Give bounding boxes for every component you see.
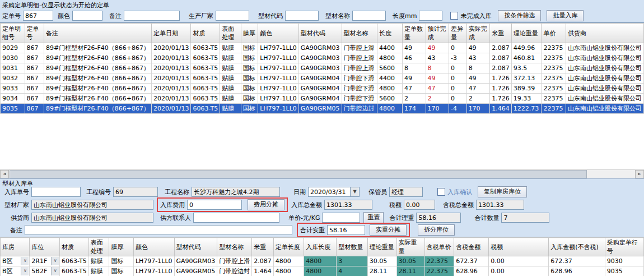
supplier-input[interactable] <box>31 213 153 223</box>
theory-total-input[interactable] <box>416 213 461 223</box>
column-header[interactable]: 表面处理 <box>220 24 241 43</box>
horizontal-scrollbar[interactable]: ◄ ► <box>0 169 644 178</box>
scroll-right-icon[interactable]: ► <box>635 170 644 178</box>
column-header[interactable]: 定单长度 <box>273 238 304 256</box>
cell: 43 <box>466 53 490 63</box>
column-header[interactable]: 库位 <box>30 238 60 256</box>
date-input[interactable] <box>308 187 351 197</box>
unfinished-checkbox[interactable] <box>450 12 458 20</box>
entry-no-label: 入库单号 <box>0 188 29 196</box>
fee-input[interactable] <box>187 200 242 210</box>
column-header[interactable]: 米重 <box>252 238 274 256</box>
column-header[interactable]: 颜色 <box>258 24 299 43</box>
color-filter-input[interactable] <box>72 11 102 21</box>
column-header[interactable]: 材质 <box>191 24 220 43</box>
remark-input[interactable] <box>25 225 292 235</box>
actual-total-input[interactable] <box>327 225 365 235</box>
column-header[interactable]: 表面处理 <box>88 238 109 256</box>
profile-name-filter-input[interactable] <box>352 11 386 21</box>
column-header[interactable]: 入库金额(不含税) <box>549 238 605 256</box>
tax-input[interactable] <box>404 200 435 210</box>
entry-no-input[interactable] <box>31 187 81 197</box>
total-amount-input[interactable] <box>324 200 372 210</box>
reset-button[interactable]: 重置 <box>363 212 384 223</box>
column-header[interactable]: 理论重量 <box>511 24 542 43</box>
column-header[interactable]: 差异量 <box>449 24 467 43</box>
table-row[interactable]: 902986789#门框型材F26-F40（866+867）2020/01/13… <box>1 43 644 53</box>
column-header[interactable]: 型材代码 <box>298 24 342 43</box>
profile-code-filter-input[interactable] <box>285 11 319 21</box>
table-row[interactable]: B区∨2R1F∨6063-T5贴膜国标LH797-1LL0GA90GRM03门带… <box>1 256 644 266</box>
column-header[interactable]: 供货商 <box>566 24 643 43</box>
unit-price-input[interactable] <box>322 213 360 223</box>
order-no-input[interactable] <box>23 11 53 21</box>
dropdown-arrow-icon[interactable]: ∨ <box>51 267 59 275</box>
scroll-left-icon[interactable]: ◄ <box>0 170 9 178</box>
qty-total-input[interactable] <box>501 213 549 223</box>
dropdown-arrow-icon[interactable]: ∨ <box>21 257 29 265</box>
column-header[interactable]: 预计完成 <box>426 24 449 43</box>
column-header[interactable]: 含税单价 <box>424 238 454 256</box>
cell: 170 <box>426 104 449 114</box>
column-header[interactable]: 型材代码 <box>174 238 217 256</box>
remark-filter-input[interactable] <box>124 11 180 21</box>
cell: 国标 <box>241 63 258 73</box>
table-row[interactable]: 903086789#门框型材F26-F40（866+867）2020/01/13… <box>1 53 644 63</box>
length-filter-input[interactable] <box>419 11 442 21</box>
filter-by-condition-button[interactable]: 按条件筛选 <box>498 10 541 21</box>
cell: LH797-1LL0 <box>258 84 299 94</box>
column-header[interactable]: 采购定单行号 <box>605 238 643 256</box>
column-header[interactable]: 定单号 <box>25 24 44 43</box>
factory-input[interactable] <box>31 200 153 210</box>
project-name-input[interactable] <box>192 187 280 197</box>
column-header[interactable]: 税额 <box>489 238 549 256</box>
inbound-confirm-checkbox[interactable] <box>437 188 445 196</box>
cell: 9035 <box>605 266 643 276</box>
column-header[interactable]: 长度 <box>377 24 403 43</box>
table-row[interactable]: 903486789#门框型材F26-F40（866+867）2020/01/13… <box>1 94 644 104</box>
calendar-dropdown-icon[interactable]: ▼ <box>351 187 360 197</box>
column-header[interactable]: 定单数量 <box>403 24 426 43</box>
column-header[interactable]: 单价 <box>542 24 566 43</box>
column-header[interactable]: 型材数量 <box>337 238 368 256</box>
column-header[interactable]: 材质 <box>60 238 89 256</box>
split-location-button[interactable]: 拆分库位 <box>418 224 455 236</box>
column-header[interactable]: 型材名称 <box>217 238 252 256</box>
table-row[interactable]: 903386789#门框型材F26-F40（866+867）2020/01/13… <box>1 84 644 94</box>
scrollbar-thumb[interactable] <box>10 170 587 178</box>
column-header[interactable]: 入库长度 <box>304 238 337 256</box>
manufacturer-filter-input[interactable] <box>216 11 249 21</box>
tax-total-input[interactable] <box>476 200 524 210</box>
column-header[interactable]: 颜色 <box>133 238 174 256</box>
fee-share-button[interactable]: 费用分摊 <box>248 199 284 210</box>
batch-inbound-button[interactable]: 批量入库 <box>547 10 584 21</box>
column-header[interactable]: 实际完成 <box>466 24 490 43</box>
project-no-input[interactable] <box>113 187 158 197</box>
table-row[interactable]: 903586789#门框型材F26-F40（866+867）2020/01/13… <box>1 104 644 114</box>
table-row[interactable]: 903186789#门框型材F26-F40（866+867）2020/01/13… <box>1 63 644 73</box>
cell: 22375 <box>542 84 566 94</box>
table-row[interactable]: B区∨5B2F∨6063-T5贴膜国标LH797-1LL0GA90GRM05门带… <box>1 266 644 276</box>
column-header[interactable]: 膜厚 <box>109 238 133 256</box>
column-header[interactable]: 膜厚 <box>241 24 258 43</box>
column-header[interactable]: 定单明细号 <box>1 24 25 43</box>
column-header[interactable]: 米重 <box>490 24 512 43</box>
cell: 6063-T5 <box>191 53 220 63</box>
actual-share-button[interactable]: 实重分摊 <box>370 224 407 236</box>
column-header[interactable]: 型材名称 <box>342 24 377 43</box>
copy-location-button[interactable]: 复制库房库位 <box>478 186 527 197</box>
keeper-input[interactable] <box>389 187 423 197</box>
scrollbar-track[interactable] <box>9 170 635 178</box>
column-header[interactable]: 含税金额 <box>454 238 489 256</box>
date-picker[interactable]: ▼ <box>308 187 360 197</box>
dropdown-arrow-icon[interactable]: ∨ <box>21 267 29 275</box>
column-header[interactable]: 理论重量 <box>367 238 396 256</box>
dropdown-arrow-icon[interactable]: ∨ <box>51 257 59 265</box>
column-header[interactable]: 实际重量 <box>396 238 424 256</box>
column-header[interactable]: 备注 <box>44 24 152 43</box>
cell: 8 <box>466 63 490 73</box>
contact-input[interactable] <box>193 213 279 223</box>
column-header[interactable]: 定单日期 <box>152 24 191 43</box>
table-row[interactable]: 903286789#门框型材F26-F40（866+867）2020/01/13… <box>1 73 644 84</box>
column-header[interactable]: 库房 <box>1 238 30 256</box>
